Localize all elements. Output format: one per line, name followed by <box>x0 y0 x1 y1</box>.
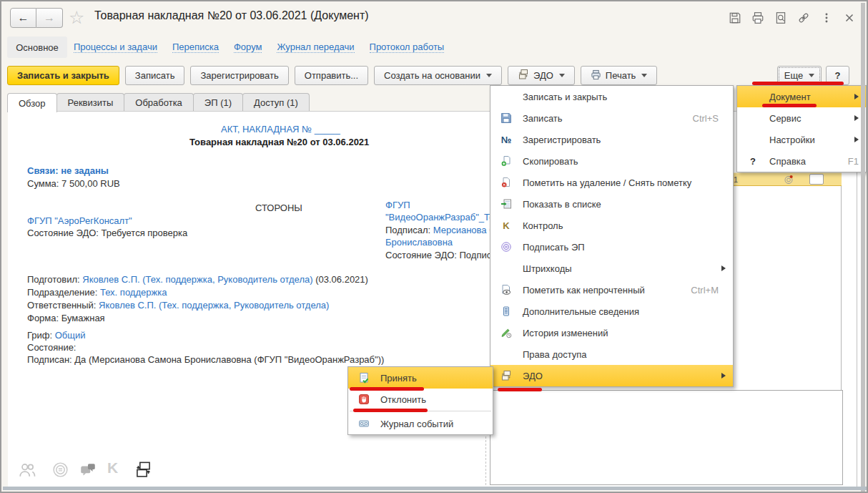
chat-icon[interactable] <box>79 461 97 479</box>
preview-icon[interactable] <box>773 11 788 25</box>
stamp-icon[interactable] <box>51 461 70 479</box>
create-based-on-button[interactable]: Создать на основании <box>374 66 502 85</box>
tab-access[interactable]: Доступ (1) <box>242 93 310 111</box>
nav-item-work-protocol[interactable]: Протокол работы <box>370 42 445 53</box>
menu-item-save-and-close[interactable]: Записать и закрыть <box>490 86 733 107</box>
menu-item-mark-deletion[interactable]: Пометить на удаление / Снять пометку <box>490 172 733 193</box>
print-icon <box>591 69 601 82</box>
menu-item-register[interactable]: № Зарегистрировать <box>490 129 733 150</box>
menu-item-additional-info[interactable]: Дополнительные сведения <box>490 301 733 322</box>
save-button[interactable]: Записать <box>125 66 185 85</box>
party-left-name[interactable]: ФГУП "АэроРегКонсалт" <box>27 215 132 226</box>
submenu-arrow-icon <box>721 265 726 271</box>
grif-line: Гриф: Общий <box>27 330 86 341</box>
register-button[interactable]: Зарегистрировать <box>190 66 288 85</box>
menu-item-edo[interactable]: ЭДО <box>490 365 733 386</box>
print-icon[interactable] <box>750 11 765 25</box>
help-icon: ? <box>746 155 760 167</box>
menu-item-mark-unread[interactable]: Пометить как непрочтенный Ctrl+M <box>490 279 733 301</box>
department-link[interactable]: Тех. поддержка <box>100 287 167 298</box>
menu-item-decline[interactable]: Отклонить <box>348 389 493 410</box>
back-button[interactable]: ← <box>10 8 36 28</box>
menu-item-sign-ep[interactable]: Подписать ЭП <box>490 236 733 258</box>
menu-item-help[interactable]: ? Справка F1 <box>737 150 866 172</box>
submenu-arrow-icon <box>854 115 859 121</box>
more-dots-icon[interactable] <box>819 11 834 25</box>
state-line: Состояние: <box>27 342 76 353</box>
annotation-underline-edo <box>498 388 542 391</box>
app-window: ← → ☆ Товарная накладная №20 от 03.06.20… <box>0 0 868 493</box>
save-and-close-button[interactable]: Записать и закрыть <box>7 66 119 85</box>
tab-overview[interactable]: Обзор <box>7 93 57 112</box>
chevron-down-icon <box>641 74 647 77</box>
side-panel-checkbox[interactable] <box>809 174 824 185</box>
nav-item-main[interactable]: Основное <box>7 36 67 58</box>
menu-item-show-in-list[interactable]: Показать в списке <box>490 193 733 215</box>
menu-item-change-history[interactable]: История изменений <box>490 322 733 343</box>
menu-item-accept[interactable]: Принять <box>348 367 493 389</box>
annotation-underline-accept <box>350 387 424 391</box>
tab-processing[interactable]: Обработка <box>124 93 194 111</box>
act-header-link[interactable]: АКТ, НАКЛАДНАЯ № _____ <box>221 124 340 135</box>
chevron-down-icon <box>486 74 492 77</box>
print-button[interactable]: Печать <box>581 66 658 85</box>
page-title: Товарная накладная №20 от 03.06.2021 (До… <box>94 9 369 22</box>
edo-exchange-icon[interactable] <box>134 461 153 479</box>
menu-item-copy[interactable]: Скопировать <box>490 150 733 172</box>
people-icon[interactable] <box>18 461 36 479</box>
menu-item-service[interactable]: Сервис <box>737 107 866 129</box>
nav-item-processes[interactable]: Процессы и задачи <box>74 42 157 53</box>
party-right-name-line2[interactable]: "ВидеоОранжРазраб"_Те <box>385 212 495 223</box>
side-scrollbar-track[interactable] <box>857 172 857 489</box>
control-icon: K <box>499 220 513 232</box>
responsible-link[interactable]: Яковлев С.П. (Тех. поддержка, Руководите… <box>99 300 329 311</box>
nav-item-transfer-log[interactable]: Журнал передачи <box>277 42 354 53</box>
window-icon-bar <box>727 11 857 25</box>
party-left-edo-state: Состояние ЭДО: Требуется проверка <box>27 228 187 238</box>
party-right-name-line1[interactable]: ФГУП <box>385 200 410 210</box>
decline-icon <box>357 394 371 406</box>
submenu-arrow-icon <box>721 373 726 379</box>
history-nav-group: ← → <box>10 8 63 28</box>
blank-icon <box>499 91 513 103</box>
tab-requisites[interactable]: Реквизиты <box>56 93 125 111</box>
sum-line: Сумма: 7 500,00 RUB <box>27 178 120 189</box>
menu-item-access-rights[interactable]: Права доступа <box>490 343 733 365</box>
nav-links: Процессы и задачи Переписка Форум Журнал… <box>74 42 444 53</box>
blank-icon <box>746 134 760 146</box>
menu-item-save[interactable]: Записать Ctrl+S <box>490 107 733 129</box>
control-icon[interactable]: K <box>107 459 126 478</box>
forward-button[interactable]: → <box>36 8 63 28</box>
snail-marker-icon[interactable] <box>783 174 794 187</box>
sign-ep-icon <box>499 241 513 253</box>
send-button[interactable]: Отправить... <box>295 66 368 85</box>
menu-item-control[interactable]: K Контроль <box>490 215 733 236</box>
annotation-underline-document <box>762 104 817 107</box>
document-title: Товарная накладная №20 от 03.06.2021 <box>189 137 369 147</box>
parties-header: СТОРОНЫ <box>255 202 302 213</box>
grif-link[interactable]: Общий <box>55 330 86 341</box>
favorite-star-icon[interactable]: ☆ <box>69 7 84 28</box>
menu-item-barcodes[interactable]: Штрихкоды <box>490 258 733 279</box>
menu-item-event-log[interactable]: Журнал событий <box>348 413 493 434</box>
delete-mark-icon <box>499 177 513 189</box>
close-icon[interactable] <box>842 11 857 25</box>
signed-by-link-line2[interactable]: Брониславовна <box>385 237 453 248</box>
links-line[interactable]: Связи: не заданы <box>27 165 109 176</box>
save-icon[interactable] <box>727 11 742 25</box>
edo-button[interactable]: ЭДО <box>508 66 575 85</box>
side-panel-header: 1 <box>731 172 842 186</box>
link-icon[interactable] <box>796 11 811 25</box>
nav-item-correspondence[interactable]: Переписка <box>172 42 219 53</box>
submenu-arrow-icon <box>854 94 859 99</box>
responsible-line: Ответственный: Яковлев С.П. (Тех. поддер… <box>27 300 329 311</box>
side-panel-header-text: 1 <box>734 175 738 184</box>
copy-icon <box>499 155 513 167</box>
signed-line: Подписан: Да (Мерсианова Самона Бронисла… <box>27 354 384 365</box>
edo-exchange-icon <box>518 69 529 82</box>
prepared-by-link[interactable]: Яковлев С.П. (Тех. поддержка, Руководите… <box>82 274 312 285</box>
menu-item-settings[interactable]: Настройки <box>737 129 866 150</box>
prepared-line: Подготовил: Яковлев С.П. (Тех. поддержка… <box>27 274 368 285</box>
tab-ep[interactable]: ЭП (1) <box>193 93 243 111</box>
nav-item-forum[interactable]: Форум <box>234 42 262 53</box>
